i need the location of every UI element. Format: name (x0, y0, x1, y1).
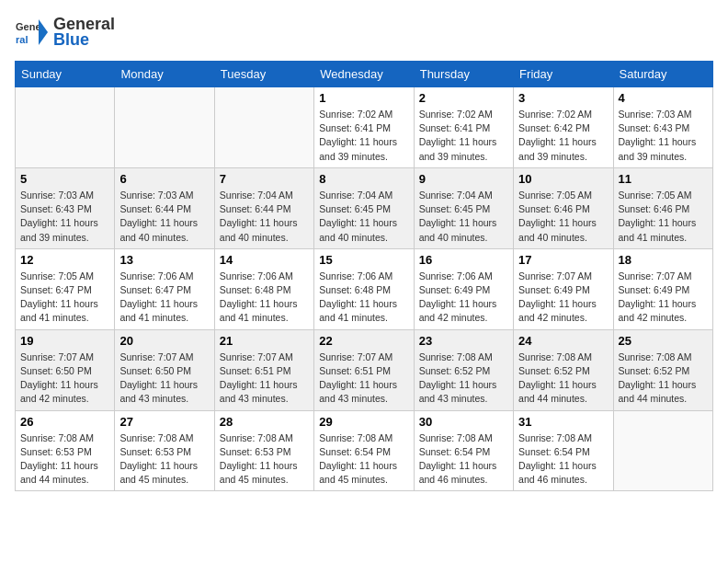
day-cell: 19Sunrise: 7:07 AMSunset: 6:50 PMDayligh… (16, 329, 115, 410)
day-number: 11 (619, 172, 708, 186)
day-cell: 3Sunrise: 7:02 AMSunset: 6:42 PMDaylight… (514, 87, 613, 168)
day-cell: 8Sunrise: 7:04 AMSunset: 6:45 PMDaylight… (314, 167, 414, 248)
day-info: Sunrise: 7:08 AMSunset: 6:54 PMDaylight:… (319, 431, 408, 488)
day-number: 16 (419, 253, 508, 267)
svg-text:ral: ral (16, 34, 28, 45)
day-info: Sunrise: 7:08 AMSunset: 6:53 PMDaylight:… (220, 431, 309, 488)
day-info: Sunrise: 7:06 AMSunset: 6:49 PMDaylight:… (419, 270, 508, 326)
page-header: Gene ral General Blue (15, 15, 713, 50)
day-number: 3 (518, 91, 608, 105)
day-info: Sunrise: 7:04 AMSunset: 6:45 PMDaylight:… (319, 189, 408, 245)
day-cell: 12Sunrise: 7:05 AMSunset: 6:47 PMDayligh… (16, 248, 115, 329)
day-cell (115, 87, 214, 168)
day-info: Sunrise: 7:07 AMSunset: 6:49 PMDaylight:… (518, 270, 608, 326)
day-number: 10 (518, 172, 608, 186)
day-cell: 29Sunrise: 7:08 AMSunset: 6:54 PMDayligh… (314, 410, 414, 491)
week-row-3: 12Sunrise: 7:05 AMSunset: 6:47 PMDayligh… (16, 248, 713, 329)
day-number: 18 (619, 253, 708, 267)
day-info: Sunrise: 7:02 AMSunset: 6:41 PMDaylight:… (419, 108, 508, 164)
logo: Gene ral General Blue (15, 15, 115, 50)
day-cell: 18Sunrise: 7:07 AMSunset: 6:49 PMDayligh… (613, 248, 712, 329)
day-cell: 14Sunrise: 7:06 AMSunset: 6:48 PMDayligh… (214, 248, 313, 329)
day-number: 19 (20, 334, 109, 348)
day-number: 8 (319, 172, 408, 186)
day-info: Sunrise: 7:08 AMSunset: 6:52 PMDaylight:… (419, 350, 508, 407)
day-number: 1 (319, 91, 408, 105)
day-info: Sunrise: 7:08 AMSunset: 6:53 PMDaylight:… (119, 431, 209, 488)
day-cell: 16Sunrise: 7:06 AMSunset: 6:49 PMDayligh… (414, 248, 513, 329)
day-number: 30 (419, 415, 508, 429)
day-number: 28 (220, 415, 309, 429)
day-cell: 21Sunrise: 7:07 AMSunset: 6:51 PMDayligh… (214, 329, 313, 410)
day-info: Sunrise: 7:06 AMSunset: 6:48 PMDaylight:… (220, 270, 309, 326)
day-header-tuesday: Tuesday (214, 62, 313, 87)
week-row-5: 26Sunrise: 7:08 AMSunset: 6:53 PMDayligh… (16, 410, 713, 491)
day-cell: 6Sunrise: 7:03 AMSunset: 6:44 PMDaylight… (115, 167, 214, 248)
day-cell: 7Sunrise: 7:04 AMSunset: 6:44 PMDaylight… (214, 167, 313, 248)
day-number: 5 (20, 172, 109, 186)
day-cell: 15Sunrise: 7:06 AMSunset: 6:48 PMDayligh… (314, 248, 414, 329)
week-row-4: 19Sunrise: 7:07 AMSunset: 6:50 PMDayligh… (16, 329, 713, 410)
logo-icon: Gene ral (15, 16, 48, 49)
day-info: Sunrise: 7:07 AMSunset: 6:51 PMDaylight:… (319, 350, 408, 407)
day-number: 21 (220, 334, 309, 348)
day-number: 7 (220, 172, 309, 186)
day-cell: 11Sunrise: 7:05 AMSunset: 6:46 PMDayligh… (613, 167, 712, 248)
day-cell: 31Sunrise: 7:08 AMSunset: 6:54 PMDayligh… (514, 410, 613, 491)
day-number: 24 (518, 334, 608, 348)
day-cell: 22Sunrise: 7:07 AMSunset: 6:51 PMDayligh… (314, 329, 414, 410)
day-header-monday: Monday (115, 62, 214, 87)
day-info: Sunrise: 7:05 AMSunset: 6:47 PMDaylight:… (20, 270, 109, 326)
day-header-thursday: Thursday (414, 62, 513, 87)
day-info: Sunrise: 7:08 AMSunset: 6:52 PMDaylight:… (619, 350, 708, 407)
day-cell: 10Sunrise: 7:05 AMSunset: 6:46 PMDayligh… (514, 167, 613, 248)
day-cell: 17Sunrise: 7:07 AMSunset: 6:49 PMDayligh… (514, 248, 613, 329)
day-info: Sunrise: 7:07 AMSunset: 6:50 PMDaylight:… (20, 350, 109, 407)
day-number: 23 (419, 334, 508, 348)
day-cell (16, 87, 115, 168)
day-number: 4 (619, 91, 708, 105)
day-info: Sunrise: 7:06 AMSunset: 6:48 PMDaylight:… (319, 270, 408, 326)
day-number: 12 (20, 253, 109, 267)
day-info: Sunrise: 7:07 AMSunset: 6:51 PMDaylight:… (220, 350, 309, 407)
day-header-wednesday: Wednesday (314, 62, 414, 87)
day-cell: 4Sunrise: 7:03 AMSunset: 6:43 PMDaylight… (613, 87, 712, 168)
day-cell: 28Sunrise: 7:08 AMSunset: 6:53 PMDayligh… (214, 410, 313, 491)
day-cell: 1Sunrise: 7:02 AMSunset: 6:41 PMDaylight… (314, 87, 414, 168)
day-number: 27 (119, 415, 209, 429)
day-info: Sunrise: 7:03 AMSunset: 6:43 PMDaylight:… (20, 189, 109, 245)
day-info: Sunrise: 7:04 AMSunset: 6:45 PMDaylight:… (419, 189, 508, 245)
calendar-table: SundayMondayTuesdayWednesdayThursdayFrid… (15, 61, 713, 491)
day-cell: 2Sunrise: 7:02 AMSunset: 6:41 PMDaylight… (414, 87, 513, 168)
week-row-2: 5Sunrise: 7:03 AMSunset: 6:43 PMDaylight… (16, 167, 713, 248)
day-info: Sunrise: 7:06 AMSunset: 6:47 PMDaylight:… (119, 270, 209, 326)
day-info: Sunrise: 7:05 AMSunset: 6:46 PMDaylight:… (619, 189, 708, 245)
day-cell: 30Sunrise: 7:08 AMSunset: 6:54 PMDayligh… (414, 410, 513, 491)
day-number: 31 (518, 415, 608, 429)
day-info: Sunrise: 7:05 AMSunset: 6:46 PMDaylight:… (518, 189, 608, 245)
day-header-friday: Friday (514, 62, 613, 87)
day-info: Sunrise: 7:08 AMSunset: 6:52 PMDaylight:… (518, 350, 608, 407)
day-number: 6 (119, 172, 209, 186)
day-info: Sunrise: 7:08 AMSunset: 6:53 PMDaylight:… (20, 431, 109, 488)
day-info: Sunrise: 7:08 AMSunset: 6:54 PMDaylight:… (518, 431, 608, 488)
day-info: Sunrise: 7:08 AMSunset: 6:54 PMDaylight:… (419, 431, 508, 488)
day-header-saturday: Saturday (613, 62, 712, 87)
day-cell: 9Sunrise: 7:04 AMSunset: 6:45 PMDaylight… (414, 167, 513, 248)
day-info: Sunrise: 7:03 AMSunset: 6:44 PMDaylight:… (119, 189, 209, 245)
day-info: Sunrise: 7:07 AMSunset: 6:50 PMDaylight:… (119, 350, 209, 407)
day-number: 17 (518, 253, 608, 267)
day-cell: 26Sunrise: 7:08 AMSunset: 6:53 PMDayligh… (16, 410, 115, 491)
days-header-row: SundayMondayTuesdayWednesdayThursdayFrid… (16, 62, 713, 87)
day-cell (214, 87, 313, 168)
day-cell: 24Sunrise: 7:08 AMSunset: 6:52 PMDayligh… (514, 329, 613, 410)
day-cell: 20Sunrise: 7:07 AMSunset: 6:50 PMDayligh… (115, 329, 214, 410)
day-cell: 13Sunrise: 7:06 AMSunset: 6:47 PMDayligh… (115, 248, 214, 329)
day-number: 22 (319, 334, 408, 348)
day-number: 15 (319, 253, 408, 267)
day-number: 9 (419, 172, 508, 186)
day-cell: 27Sunrise: 7:08 AMSunset: 6:53 PMDayligh… (115, 410, 214, 491)
day-number: 2 (419, 91, 508, 105)
day-number: 13 (119, 253, 209, 267)
day-info: Sunrise: 7:02 AMSunset: 6:41 PMDaylight:… (319, 108, 408, 164)
